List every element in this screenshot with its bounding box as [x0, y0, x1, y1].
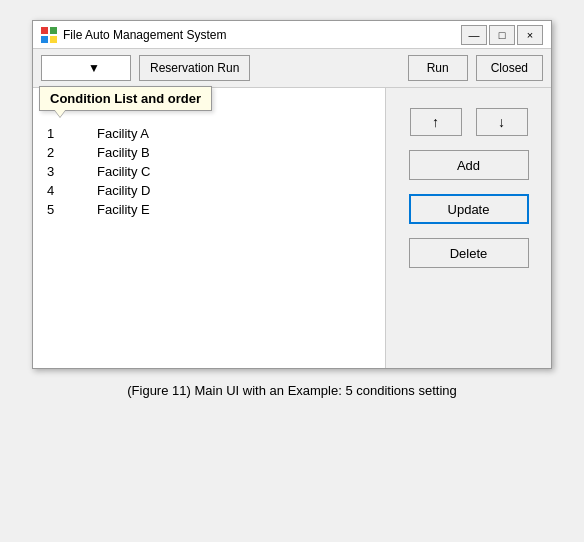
list-item[interactable]: 5Facility E — [43, 200, 375, 219]
list-item-number: 3 — [47, 164, 67, 179]
list-item-number: 5 — [47, 202, 67, 217]
list-item-name: Facility A — [97, 126, 149, 141]
reservation-run-button[interactable]: Reservation Run — [139, 55, 250, 81]
list-item-number: 1 — [47, 126, 67, 141]
list-item[interactable]: 4Facility D — [43, 181, 375, 200]
app-icon — [41, 27, 57, 43]
title-bar: File Auto Management System — □ × — [33, 21, 551, 49]
right-panel: ↑ ↓ Add Update Delete — [386, 88, 551, 368]
main-area: Condition List and order 1Facility A2Fac… — [33, 88, 551, 368]
update-button[interactable]: Update — [409, 194, 529, 224]
list-item-name: Facility D — [97, 183, 150, 198]
delete-button[interactable]: Delete — [409, 238, 529, 268]
tooltip-arrow-inner — [54, 109, 66, 117]
window-title: File Auto Management System — [63, 28, 461, 42]
list-item-number: 4 — [47, 183, 67, 198]
list-item-name: Facility E — [97, 202, 150, 217]
close-button[interactable]: × — [517, 25, 543, 45]
list-item[interactable]: 1Facility A — [43, 124, 375, 143]
svg-rect-3 — [50, 36, 57, 43]
move-up-button[interactable]: ↑ — [410, 108, 462, 136]
tooltip-text: Condition List and order — [50, 91, 201, 106]
arrow-buttons: ↑ ↓ — [410, 108, 528, 136]
svg-rect-1 — [50, 27, 57, 34]
toolbar: ▼ Reservation Run Run Closed — [33, 49, 551, 88]
closed-button[interactable]: Closed — [476, 55, 543, 81]
window-controls: — □ × — [461, 25, 543, 45]
list-item-name: Facility B — [97, 145, 150, 160]
main-window: File Auto Management System — □ × ▼ Rese… — [32, 20, 552, 369]
figure-caption: (Figure 11) Main UI with an Example: 5 c… — [127, 381, 457, 401]
condition-list-tooltip: Condition List and order — [39, 86, 212, 111]
list-item-number: 2 — [47, 145, 67, 160]
chevron-down-icon: ▼ — [88, 61, 124, 75]
svg-rect-2 — [41, 36, 48, 43]
move-down-button[interactable]: ↓ — [476, 108, 528, 136]
minimize-button[interactable]: — — [461, 25, 487, 45]
maximize-button[interactable]: □ — [489, 25, 515, 45]
dropdown[interactable]: ▼ — [41, 55, 131, 81]
list-item[interactable]: 2Facility B — [43, 143, 375, 162]
add-button[interactable]: Add — [409, 150, 529, 180]
left-panel: Condition List and order 1Facility A2Fac… — [33, 88, 386, 368]
svg-rect-0 — [41, 27, 48, 34]
list-item-name: Facility C — [97, 164, 150, 179]
run-button[interactable]: Run — [408, 55, 468, 81]
list-item[interactable]: 3Facility C — [43, 162, 375, 181]
